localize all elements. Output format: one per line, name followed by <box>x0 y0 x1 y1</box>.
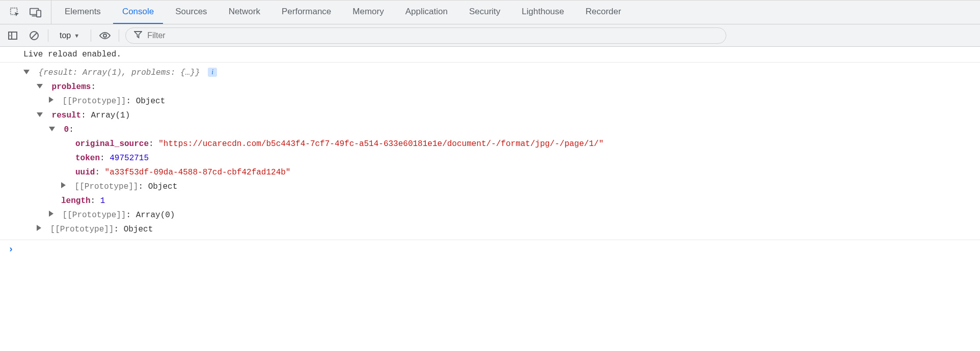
prototype-label: [[Prototype]] <box>50 225 114 234</box>
filter-container <box>125 27 726 44</box>
prototype-row[interactable]: [[Prototype]]: Object <box>23 94 975 108</box>
separator <box>119 30 119 42</box>
console-object-tree: {result: Array(1), problems: {…}} i prob… <box>0 63 980 240</box>
device-toolbar-icon[interactable] <box>30 7 42 18</box>
expand-arrow-icon[interactable] <box>23 70 30 74</box>
prompt-arrow-icon: › <box>8 244 14 254</box>
info-icon[interactable]: i <box>208 68 217 77</box>
context-label: top <box>60 31 71 40</box>
console-toolbar: top ▼ <box>0 24 980 47</box>
log-message: Live reload enabled. <box>0 47 980 63</box>
prototype-value: Object <box>148 182 178 191</box>
object-preview: {result: Array(1), problems: {…}} <box>39 68 200 77</box>
property-problems[interactable]: problems: <box>23 80 975 94</box>
svg-line-7 <box>31 33 37 38</box>
prototype-label: [[Prototype]] <box>63 211 126 220</box>
property-key: result <box>52 111 81 120</box>
property-length[interactable]: length: 1 <box>23 194 975 208</box>
prototype-value: Array(0) <box>136 211 175 220</box>
property-value: Array(1) <box>91 111 130 120</box>
tab-recorder[interactable]: Recorder <box>577 1 631 24</box>
devtools-tabbar: Elements Console Sources Network Perform… <box>0 0 980 24</box>
tab-lighthouse[interactable]: Lighthouse <box>512 1 573 24</box>
toggle-sidebar-button[interactable] <box>5 28 20 43</box>
property-uuid[interactable]: uuid: "a33f53df-09da-4588-87cd-cbf42fad1… <box>23 165 975 180</box>
separator <box>91 30 91 42</box>
expand-arrow-icon[interactable] <box>37 112 43 117</box>
expand-arrow-icon[interactable] <box>49 127 55 131</box>
property-key: token <box>75 154 100 163</box>
execution-context-selector[interactable]: top ▼ <box>55 29 85 42</box>
prototype-row[interactable]: [[Prototype]]: Object <box>23 222 975 237</box>
tab-performance[interactable]: Performance <box>273 1 340 24</box>
chevron-down-icon: ▼ <box>74 33 79 39</box>
tab-application[interactable]: Application <box>396 1 457 24</box>
tab-sources[interactable]: Sources <box>166 1 216 24</box>
devtools-tabs: Elements Console Sources Network Perform… <box>51 1 630 24</box>
console-prompt[interactable]: › <box>0 240 980 258</box>
expand-arrow-icon[interactable] <box>37 84 43 89</box>
prototype-row[interactable]: [[Prototype]]: Object <box>23 180 975 194</box>
separator <box>48 30 48 42</box>
inspect-element-icon[interactable] <box>9 7 20 18</box>
live-expression-button[interactable] <box>97 28 113 43</box>
property-key: original_source <box>75 139 149 149</box>
property-key: problems <box>52 82 91 92</box>
tabbar-leading-icons <box>0 1 51 24</box>
property-token[interactable]: token: 49752715 <box>23 151 975 165</box>
tab-elements[interactable]: Elements <box>56 1 110 24</box>
array-index-key: 0 <box>64 125 69 134</box>
prototype-value: Object <box>136 97 166 106</box>
tab-security[interactable]: Security <box>460 1 509 24</box>
filter-input[interactable] <box>147 31 718 40</box>
property-value: "a33f53df-09da-4588-87cd-cbf42fad124b" <box>105 168 291 177</box>
tab-network[interactable]: Network <box>220 1 269 24</box>
prototype-row[interactable]: [[Prototype]]: Array(0) <box>23 208 975 222</box>
property-value: "https://ucarecdn.com/b5c443f4-7cf7-49fc… <box>158 139 604 149</box>
expand-arrow-icon[interactable] <box>37 225 41 231</box>
svg-rect-3 <box>37 10 41 17</box>
expand-arrow-icon[interactable] <box>49 211 53 217</box>
expand-arrow-icon[interactable] <box>49 97 53 103</box>
tab-memory[interactable]: Memory <box>343 1 393 24</box>
property-result[interactable]: result: Array(1) <box>23 108 975 123</box>
tab-console[interactable]: Console <box>113 1 163 24</box>
property-original-source[interactable]: original_source: "https://ucarecdn.com/b… <box>23 137 975 151</box>
clear-console-button[interactable] <box>26 28 42 43</box>
svg-point-8 <box>103 34 106 37</box>
property-value: 49752715 <box>110 154 149 163</box>
property-key: length <box>61 196 91 206</box>
prototype-label: [[Prototype]] <box>63 97 126 106</box>
array-index-0[interactable]: 0: <box>23 123 975 137</box>
property-key: uuid <box>75 168 95 177</box>
property-value: 1 <box>100 196 105 206</box>
prototype-label: [[Prototype]] <box>75 182 139 191</box>
expand-arrow-icon[interactable] <box>61 182 66 188</box>
prototype-value: Object <box>124 225 153 234</box>
console-output: Live reload enabled. {result: Array(1), … <box>0 47 980 258</box>
filter-icon <box>134 31 142 40</box>
object-summary-row[interactable]: {result: Array(1), problems: {…}} i <box>23 66 975 80</box>
